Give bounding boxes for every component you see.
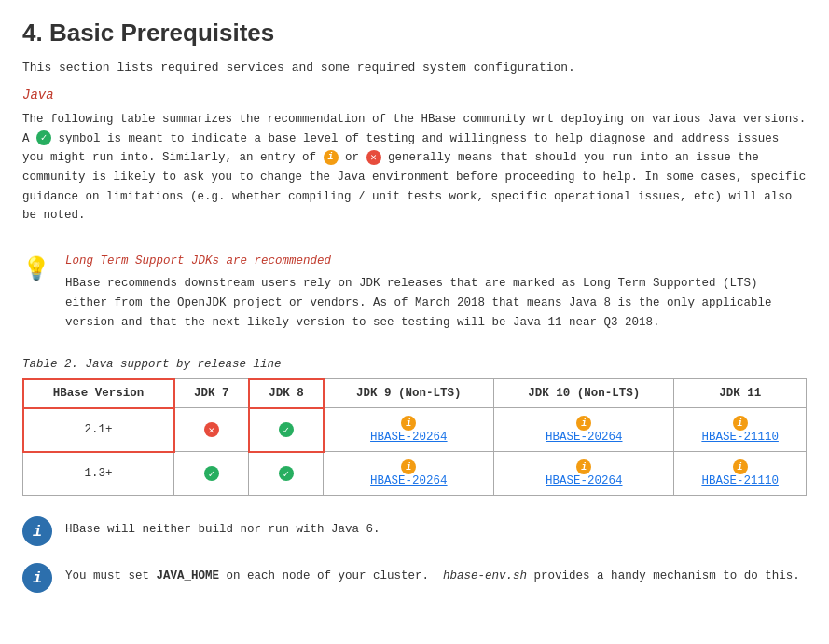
info-badge-icon: i <box>576 416 591 431</box>
table-row: 2.1+ ✕ ✓ i HBASE-20264 i HBASE-20264 i H… <box>23 408 807 452</box>
table-row: 1.3+ ✓ ✓ i HBASE-20264 i HBASE-20264 i H… <box>23 452 807 496</box>
page-title: 4. Basic Prerequisites <box>22 19 807 48</box>
hbase-env-filename: hbase-env.sh <box>443 569 527 582</box>
info-badge-icon: i <box>401 416 416 431</box>
cell-jdk7-2: ✓ <box>174 452 249 496</box>
bottom-note-2: i You must set JAVA_HOME on each node of… <box>22 561 807 593</box>
green-check-icon: ✓ <box>36 130 51 145</box>
green-check-icon: ✓ <box>204 466 219 481</box>
lightbulb-title: Long Term Support JDKs are recommended <box>65 252 807 271</box>
bottom-note-2-text: You must set JAVA_HOME on each node of y… <box>65 561 800 586</box>
cell-jdk11-2: i HBASE-21110 <box>674 452 807 496</box>
info-badge-icon: i <box>733 459 748 474</box>
java-support-table: HBase Version JDK 7 JDK 8 JDK 9 (Non-LTS… <box>22 378 807 496</box>
red-x-icon: ✕ <box>204 422 219 437</box>
hbase-21110-link-1[interactable]: HBASE-21110 <box>701 431 779 444</box>
col-header-jdk10: JDK 10 (Non-LTS) <box>494 379 674 408</box>
cell-jdk7-1: ✕ <box>174 408 249 452</box>
cell-jdk10-1: i HBASE-20264 <box>494 408 674 452</box>
col-header-jdk8: JDK 8 <box>249 379 324 408</box>
col-header-jdk9: JDK 9 (Non-LTS) <box>324 379 494 408</box>
cell-jdk9-1: i HBASE-20264 <box>324 408 494 452</box>
lightbulb-body: HBase recommends downstream users rely o… <box>65 277 772 328</box>
info-badge-icon: i <box>733 416 748 431</box>
info-icon-inline: i <box>324 150 339 165</box>
col-header-hbase: HBase Version <box>23 379 174 408</box>
cell-jdk11-1: i HBASE-21110 <box>674 408 807 452</box>
java-heading: Java <box>22 88 807 103</box>
hbase-21110-link-2[interactable]: HBASE-21110 <box>701 474 779 487</box>
info-badge-icon: i <box>576 459 591 474</box>
col-header-jdk7: JDK 7 <box>174 379 249 408</box>
hbase-20264-link-2[interactable]: HBASE-20264 <box>546 431 623 444</box>
cell-jdk8-2: ✓ <box>249 452 324 496</box>
info-circle-icon-2: i <box>22 563 52 593</box>
bottom-note-1: i HBase will neither build nor run with … <box>22 514 807 546</box>
red-x-icon-inline: ✕ <box>366 150 381 165</box>
green-check-icon: ✓ <box>279 422 294 437</box>
info-badge-icon: i <box>401 459 416 474</box>
cell-jdk10-2: i HBASE-20264 <box>494 452 674 496</box>
lightbulb-content: Long Term Support JDKs are recommended H… <box>65 252 807 333</box>
cell-jdk8-1: ✓ <box>249 408 324 452</box>
section-intro: This section lists required services and… <box>22 61 807 75</box>
col-header-jdk11: JDK 11 <box>674 379 807 408</box>
table-caption: Table 2. Java support by release line <box>22 358 807 371</box>
hbase-20264-link-1[interactable]: HBASE-20264 <box>370 431 448 444</box>
green-check-icon: ✓ <box>279 466 294 481</box>
cell-hbase-version-1: 2.1+ <box>23 408 174 452</box>
cell-jdk9-2: i HBASE-20264 <box>324 452 494 496</box>
lightbulb-box: 💡 Long Term Support JDKs are recommended… <box>22 242 807 342</box>
info-circle-icon-1: i <box>22 516 52 546</box>
java-home-code: JAVA_HOME <box>157 569 220 582</box>
hbase-20264-link-4[interactable]: HBASE-20264 <box>546 474 623 487</box>
hbase-20264-link-3[interactable]: HBASE-20264 <box>370 474 448 487</box>
description-paragraph: The following table summarizes the recom… <box>22 110 807 226</box>
bottom-note-1-text: HBase will neither build nor run with Ja… <box>65 514 380 540</box>
cell-hbase-version-2: 1.3+ <box>23 452 174 496</box>
lightbulb-icon: 💡 <box>22 255 50 282</box>
